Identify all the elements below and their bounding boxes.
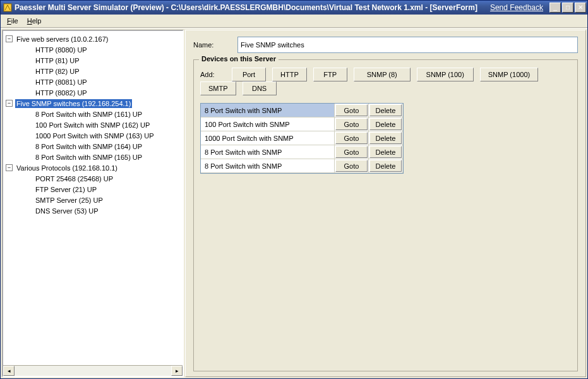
app-icon xyxy=(3,3,12,12)
add-label: Add: xyxy=(200,71,225,78)
tree-leaf[interactable]: HTTP (81) UP xyxy=(4,55,181,66)
device-name-cell: 8 Port Switch with SNMP xyxy=(201,104,335,117)
collapse-icon[interactable]: − xyxy=(6,164,13,171)
app-window: Paessler Multi Server Simulator (Preview… xyxy=(0,0,588,379)
delete-button[interactable]: Delete xyxy=(369,160,402,172)
name-row: Name: xyxy=(193,37,578,53)
add-dns-button[interactable]: DNS xyxy=(243,81,277,95)
send-feedback-link[interactable]: Send Feedback xyxy=(490,3,543,12)
tree-leaf[interactable]: 1000 Port Switch with SNMP (163) UP xyxy=(4,130,181,141)
tree-leaf[interactable]: HTTP (82) UP xyxy=(4,66,181,76)
tree-pane: − Five web servers (10.0.2.167) HTTP (80… xyxy=(2,30,184,377)
table-row[interactable]: 8 Port Switch with SNMP Goto Delete xyxy=(201,104,403,117)
minimize-button[interactable]: _ xyxy=(549,3,561,13)
goto-button[interactable]: Goto xyxy=(335,118,368,130)
table-row[interactable]: 100 Port Switch with SNMP Goto Delete xyxy=(201,117,403,131)
tree-node-various-protocols[interactable]: − Various Protocols (192.168.10.1) xyxy=(4,162,181,173)
goto-button[interactable]: Goto xyxy=(335,160,368,172)
tree-leaf[interactable]: 8 Port Switch with SNMP (164) UP xyxy=(4,141,181,152)
window-title: Paessler Multi Server Simulator (Preview… xyxy=(15,3,490,12)
device-grid[interactable]: 8 Port Switch with SNMP Goto Delete 100 … xyxy=(200,103,404,174)
add-snmp8-button[interactable]: SNMP (8) xyxy=(354,68,411,81)
horizontal-scrollbar[interactable]: ◂ ▸ xyxy=(3,365,183,376)
scroll-right-button[interactable]: ▸ xyxy=(171,366,183,376)
menu-help[interactable]: Help xyxy=(23,16,45,26)
client-area: − Five web servers (10.0.2.167) HTTP (80… xyxy=(1,28,587,378)
tree-leaf[interactable]: 8 Port Switch with SNMP (165) UP xyxy=(4,152,181,162)
tree-label-selected: Five SNMP switches (192.168.254.1) xyxy=(15,99,132,108)
delete-button[interactable]: Delete xyxy=(369,104,402,116)
goto-button[interactable]: Goto xyxy=(335,132,368,144)
add-smtp-button[interactable]: SMTP xyxy=(200,81,236,95)
server-tree[interactable]: − Five web servers (10.0.2.167) HTTP (80… xyxy=(3,31,183,365)
goto-button[interactable]: Goto xyxy=(335,146,368,158)
goto-button[interactable]: Goto xyxy=(335,104,368,116)
tree-label: Various Protocols (192.168.10.1) xyxy=(15,164,119,172)
add-port-button[interactable]: Port xyxy=(232,68,266,81)
table-row[interactable]: 1000 Port Switch with SNMP Goto Delete xyxy=(201,131,403,145)
tree-leaf[interactable]: DNS Server (53) UP xyxy=(4,205,181,216)
tree-leaf[interactable]: 8 Port Switch with SNMP (161) UP xyxy=(4,109,181,119)
add-snmp1000-button[interactable]: SNMP (1000) xyxy=(480,68,538,81)
close-button[interactable]: ✕ xyxy=(575,3,586,13)
table-row[interactable]: 8 Port Switch with SNMP Goto Delete xyxy=(201,145,403,159)
device-name-cell: 8 Port Switch with SNMP xyxy=(201,159,335,173)
tree-leaf[interactable]: SMTP Server (25) UP xyxy=(4,195,181,205)
menu-bar: File Help xyxy=(1,15,587,28)
detail-pane: Name: Devices on this Server Add: Port H… xyxy=(185,30,586,377)
title-bar[interactable]: Paessler Multi Server Simulator (Preview… xyxy=(1,1,587,15)
add-ftp-button[interactable]: FTP xyxy=(313,68,347,81)
server-name-input[interactable] xyxy=(237,37,578,53)
tree-leaf[interactable]: HTTP (8080) UP xyxy=(4,44,181,55)
collapse-icon[interactable]: − xyxy=(6,100,13,107)
maximize-button[interactable]: □ xyxy=(562,3,573,13)
scroll-track[interactable] xyxy=(15,366,171,376)
tree-leaf[interactable]: PORT 25468 (25468) UP xyxy=(4,173,181,184)
add-snmp100-button[interactable]: SNMP (100) xyxy=(417,68,474,81)
tree-leaf[interactable]: HTTP (8082) UP xyxy=(4,87,181,98)
device-name-cell: 1000 Port Switch with SNMP xyxy=(201,131,335,145)
table-row[interactable]: 8 Port Switch with SNMP Goto Delete xyxy=(201,159,403,173)
scroll-left-button[interactable]: ◂ xyxy=(3,366,15,376)
device-name-cell: 8 Port Switch with SNMP xyxy=(201,145,335,159)
tree-label: Five web servers (10.0.2.167) xyxy=(15,35,110,44)
delete-button[interactable]: Delete xyxy=(369,146,402,158)
menu-file[interactable]: File xyxy=(3,16,22,26)
delete-button[interactable]: Delete xyxy=(369,118,402,130)
tree-node-snmp-switches[interactable]: − Five SNMP switches (192.168.254.1) xyxy=(4,98,181,109)
tree-leaf[interactable]: 100 Port Switch with SNMP (162) UP xyxy=(4,119,181,130)
tree-leaf[interactable]: FTP Server (21) UP xyxy=(4,184,181,195)
devices-group: Devices on this Server Add: Port HTTP FT… xyxy=(193,59,578,371)
add-row: Add: Port HTTP FTP SNMP (8) SNMP (100) S… xyxy=(200,68,571,95)
delete-button[interactable]: Delete xyxy=(369,132,402,144)
device-name-cell: 100 Port Switch with SNMP xyxy=(201,117,335,131)
tree-leaf[interactable]: HTTP (8081) UP xyxy=(4,76,181,87)
add-http-button[interactable]: HTTP xyxy=(272,68,307,81)
group-title: Devices on this Server xyxy=(199,55,279,63)
name-label: Name: xyxy=(193,41,226,49)
tree-node-web-servers[interactable]: − Five web servers (10.0.2.167) xyxy=(4,33,181,44)
collapse-icon[interactable]: − xyxy=(6,35,13,42)
